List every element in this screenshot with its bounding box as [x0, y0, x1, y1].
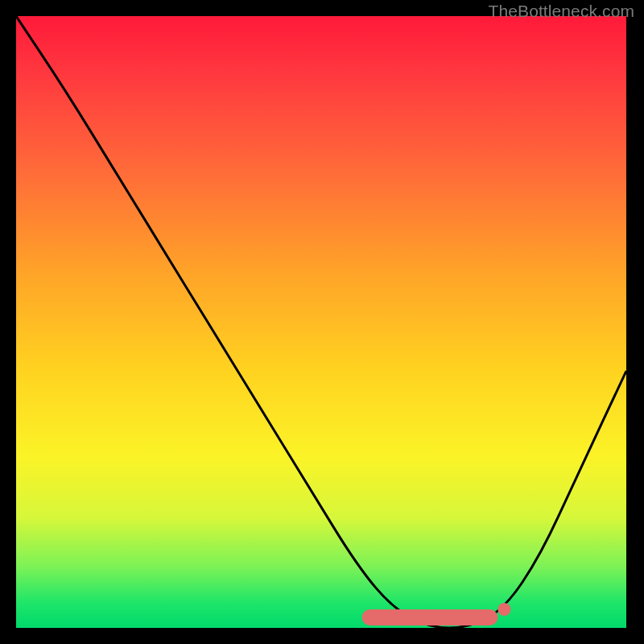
- plot-area: [16, 16, 626, 628]
- trough-end-dot: [497, 603, 510, 616]
- watermark-text: TheBottleneck.com: [489, 2, 634, 21]
- curve-layer: [16, 16, 626, 628]
- chart-frame: TheBottleneck.com: [0, 0, 644, 644]
- bottleneck-curve: [16, 16, 626, 628]
